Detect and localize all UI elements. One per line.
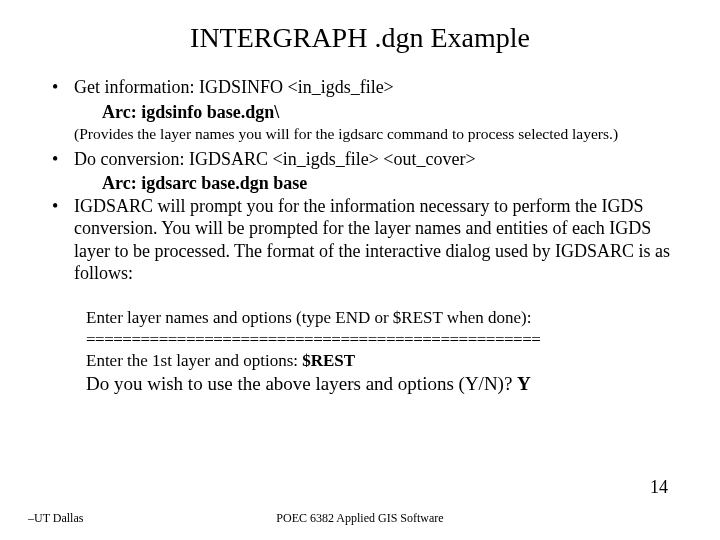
bullet-list: Get information: IGDSINFO <in_igds_file> — [52, 76, 680, 99]
dialog-line-2: Enter the 1st layer and options: $REST — [86, 350, 660, 372]
dialog-line-3-prompt: Do you wish to use the above layers and … — [86, 373, 517, 394]
dialog-line-1: Enter layer names and options (type END … — [86, 307, 660, 329]
dialog-line-3: Do you wish to use the above layers and … — [86, 372, 660, 396]
dialog-line-2-prompt: Enter the 1st layer and options: — [86, 351, 302, 370]
dialog-line-3-answer: Y — [517, 373, 531, 394]
bullet-1-text: Get information: IGDSINFO <in_igds_file> — [74, 77, 394, 97]
bullet-list-3: IGDSARC will prompt you for the informat… — [52, 195, 680, 285]
bullet-item-1: Get information: IGDSINFO <in_igds_file> — [52, 76, 680, 99]
bullet-3-text: IGDSARC will prompt you for the informat… — [74, 196, 670, 284]
bullet-1-note: (Provides the layer names you will for t… — [40, 125, 680, 144]
dialog-block: Enter layer names and options (type END … — [40, 307, 680, 397]
bullet-2-text: Do conversion: IGDSARC <in_igds_file> <o… — [74, 149, 476, 169]
bullet-list-2: Do conversion: IGDSARC <in_igds_file> <o… — [52, 148, 680, 171]
bullet-item-3: IGDSARC will prompt you for the informat… — [52, 195, 680, 285]
slide-title: INTERGRAPH .dgn Example — [40, 22, 680, 54]
dialog-line-2-answer: $REST — [302, 351, 355, 370]
bullet-1-command: Arc: igdsinfo base.dgn\ — [40, 101, 680, 124]
page-number: 14 — [650, 477, 668, 498]
footer-center: POEC 6382 Applied GIS Software — [0, 511, 720, 526]
bullet-2-command: Arc: igdsarc base.dgn base — [40, 172, 680, 195]
bullet-item-2: Do conversion: IGDSARC <in_igds_file> <o… — [52, 148, 680, 171]
dialog-separator: ========================================… — [86, 329, 660, 351]
slide: INTERGRAPH .dgn Example Get information:… — [0, 0, 720, 540]
